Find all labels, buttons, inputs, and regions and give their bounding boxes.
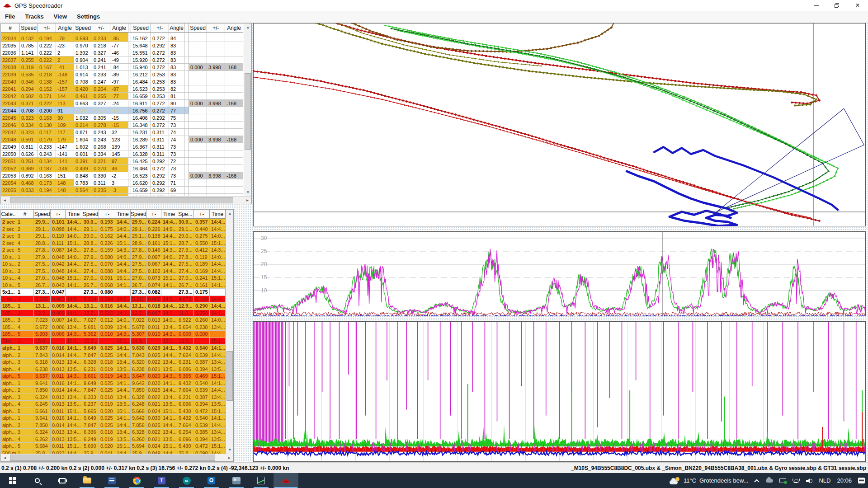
table-row[interactable]: alph...36.3240.01313:4...6.3330.01813:4.…	[1, 394, 233, 401]
table-row[interactable]: 185...55.3030.00614:3...5.3620.01014:3..…	[1, 331, 233, 338]
column-header[interactable]: Time	[66, 210, 82, 219]
table-row[interactable]: 220490.8110.233-1471.6020.26813916.3670.…	[1, 143, 251, 150]
table-row[interactable]: 2 sec229.1...0.09814:4...29.1...0.17514:…	[1, 226, 233, 233]
volume-tray[interactable]	[803, 473, 816, 488]
table-row[interactable]: 185...212.2...0.00914:1...12.2...0.01514…	[1, 310, 233, 317]
taskbar-outlook[interactable]: O	[199, 473, 224, 488]
column-header[interactable]: +-	[51, 210, 66, 219]
table-row[interactable]: Dist...115.0...15:1...15.0...15:1...14.9…	[1, 338, 233, 345]
column-header[interactable]: Speed	[189, 23, 207, 33]
taskbar-file-explorer[interactable]	[75, 473, 99, 488]
scroll-down-icon[interactable]: ▼	[244, 188, 252, 196]
table-row[interactable]: 2 sec129.9...0.10114:4...30.0...0.19314:…	[1, 219, 233, 226]
table-row[interactable]: 220450.3230.163901.0320.305-1516.4060.29…	[1, 114, 251, 122]
table-row[interactable]: 220361.1410.22221.3920.327-4615.5510.272…	[1, 49, 251, 56]
menu-file[interactable]: File	[0, 11, 20, 23]
clock[interactable]: 20:06	[834, 473, 855, 488]
table-row[interactable]: 220550.0330.1941480.5640.235-316.6590.29…	[1, 187, 251, 194]
table-row[interactable]: alph...36.3180.01313:4...6.3280.01813:4.…	[1, 359, 233, 366]
minimize-button[interactable]	[806, 0, 826, 11]
taskbar-recorder-app[interactable]: ∞	[174, 473, 199, 488]
speed-time-chart[interactable]: 3025201510	[254, 232, 865, 316]
table-row[interactable]: 2 sec527.8...0.08714:3...27.8...0.15914:…	[1, 247, 233, 254]
table-row[interactable]: 10 s...327.5...0.04814:4...27.4...0.0881…	[1, 268, 233, 275]
vscroll-thumb[interactable]	[226, 351, 233, 401]
table-row[interactable]: 220470.3230.1171170.8710.2433216.2310.31…	[1, 129, 251, 136]
table-row[interactable]: 220520.3690.187-1490.4390.2704616.4640.2…	[1, 165, 251, 172]
table-row[interactable]: 220530.8920.1631510.8480.330-216.5230.29…	[1, 172, 251, 179]
start-button[interactable]	[0, 473, 25, 488]
table-row[interactable]: 185...113.1...0.00914:4...13.1...0.01614…	[1, 303, 233, 310]
table-row[interactable]: alph...27.8430.01414:4...7.8470.02514:4.…	[1, 352, 233, 359]
column-header[interactable]: +/-	[207, 23, 225, 33]
tray-expand-button[interactable]	[753, 473, 763, 488]
close-button[interactable]: ×	[847, 0, 868, 11]
point-table-vscrollbar[interactable]: ▲ ▼	[244, 23, 251, 196]
table-row[interactable]: 10 s...227.5...0.04214:4...27.5...0.0701…	[1, 261, 233, 268]
column-header[interactable]: Angle	[225, 23, 243, 33]
noise-graph-panel[interactable]	[253, 321, 866, 462]
restore-button[interactable]	[826, 0, 847, 11]
column-header[interactable]: Spe...	[177, 210, 194, 219]
vscroll-thumb[interactable]	[245, 73, 251, 150]
notification-center-button[interactable]	[855, 473, 868, 488]
column-header[interactable]: #	[1, 23, 20, 33]
table-row[interactable]: 220500.6260.243-1410.6010.33414516.3280.…	[1, 150, 251, 158]
menu-tracks[interactable]: Tracks	[20, 11, 48, 23]
column-header[interactable]: Time	[115, 210, 131, 219]
table-row[interactable]: 220430.3710.2221130.6630.327-2416.9110.2…	[1, 100, 251, 107]
display-tray[interactable]	[776, 473, 789, 488]
column-header[interactable]: +-	[99, 210, 115, 219]
column-header[interactable]	[184, 23, 189, 33]
table-row[interactable]: alph...19.6410.01614:1...9.6490.02514:1.…	[1, 380, 233, 387]
scroll-down-icon[interactable]: ▼	[226, 446, 234, 454]
column-header[interactable]: +-	[146, 210, 161, 219]
column-header[interactable]: Speed	[131, 23, 151, 33]
table-row[interactable]: 2 sec428.8...0.11115:1...28.8...0.22615:…	[1, 240, 233, 247]
column-header[interactable]: Speed	[74, 23, 92, 33]
table-row[interactable]: 220400.3460.138-1570.7080.247-9716.4840.…	[1, 78, 251, 85]
table-row[interactable]: 220440.7080.200910.5020.317-1316.7560.27…	[1, 107, 251, 114]
category-table-hscrollbar[interactable]: ◄ ►	[1, 454, 233, 461]
table-row[interactable]: 220380.3190.167-411.0130.241-8415.9400.2…	[1, 64, 251, 71]
scroll-right-icon[interactable]: ►	[244, 197, 251, 204]
scroll-up-icon[interactable]: ▲	[244, 23, 252, 31]
scroll-up-icon[interactable]: ▲	[226, 210, 234, 217]
table-row[interactable]: 2 sec329.1...0.11014:0...29.0...0.16214:…	[1, 233, 233, 240]
column-header[interactable]: Speed	[82, 210, 99, 219]
taskbar-photo-viewer[interactable]	[224, 473, 249, 488]
table-row[interactable]: 220540.4680.1731480.7830.311316.6200.292…	[1, 179, 251, 187]
column-header[interactable]: +/-	[92, 23, 110, 33]
onedrive-tray[interactable]	[763, 473, 776, 488]
event-spikes-chart[interactable]	[254, 322, 865, 461]
column-header[interactable]: Angle	[56, 23, 74, 33]
wifi-tray[interactable]	[789, 473, 803, 488]
column-header[interactable]: +-	[194, 210, 210, 219]
category-table-vscrollbar[interactable]: ▲ ▼	[226, 210, 233, 454]
table-row[interactable]: alph...55.6610.01115:1...5.6650.02015:1.…	[1, 408, 233, 415]
column-header[interactable]: #	[16, 210, 34, 219]
scroll-left-icon[interactable]: ◄	[1, 454, 9, 462]
speed-graph-panel[interactable]: 3025201510	[253, 231, 866, 316]
taskbar-chrome[interactable]	[124, 473, 149, 488]
table-row[interactable]: 185...45.6720.00613:4...5.6810.00913:4..…	[1, 324, 233, 331]
track-map-panel[interactable]	[253, 23, 866, 226]
table-row[interactable]: 220410.2940.152-1570.4200.204-9716.5230.…	[1, 85, 251, 93]
scroll-right-icon[interactable]: ►	[226, 454, 233, 462]
taskbar-chart-app[interactable]	[249, 473, 274, 488]
table-row[interactable]: alph...53.6370.01114:3...3.6610.01914:3.…	[1, 373, 233, 380]
column-header[interactable]: Time	[161, 210, 177, 219]
track-map-chart[interactable]	[254, 23, 865, 226]
column-header[interactable]: Speed	[131, 210, 146, 219]
table-row[interactable]: 220420.5020.1711440.4610.255-7716.6590.2…	[1, 93, 251, 100]
table-row[interactable]: 5x1...127.3...0.04727.3...0.08027.3...0.…	[1, 289, 233, 296]
table-row[interactable]: 220350.7850.222-230.9700.218-7715.6480.2…	[1, 42, 251, 49]
table-row[interactable]: 10 s...127.9...0.04814:0...27.9...0.0801…	[1, 254, 233, 261]
column-header[interactable]: +/-	[151, 23, 169, 33]
column-header[interactable]: Angle	[169, 23, 184, 33]
table-row[interactable]: alph...55.6840.01115:1...5.6900.02015:1.…	[1, 443, 233, 450]
table-row[interactable]: 220390.5350.218-1480.9140.233-8916.2120.…	[1, 71, 251, 78]
table-row[interactable]: 220460.3340.1301090.2140.278-1516.3480.2…	[1, 122, 251, 129]
point-table-hscrollbar[interactable]: ◄ ►	[1, 196, 251, 204]
table-row[interactable]: alph...46.2380.01313:5...6.2310.01913:5.…	[1, 366, 233, 373]
